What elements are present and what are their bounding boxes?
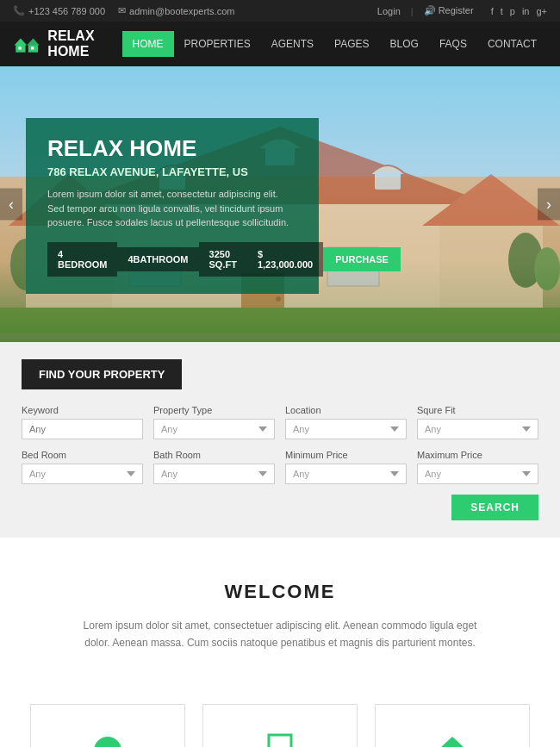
person-icon — [73, 726, 142, 747]
topbar-contact: 📞 +123 456 789 000 ✉ admin@bootexperts.c… — [13, 5, 234, 16]
svg-rect-23 — [0, 308, 560, 333]
hero-stats: 4 BEDROOM 4BATHROOM 3250 SQ.FT $ 1,23,00… — [47, 242, 297, 277]
house-icon — [418, 726, 487, 747]
keyword-field: Keyword — [22, 405, 143, 439]
squre-fit-select[interactable]: Any — [417, 419, 538, 439]
property-type-select[interactable]: Any — [153, 419, 275, 439]
agents-icon — [73, 726, 142, 747]
phone-number: +123 456 789 000 — [28, 6, 105, 16]
keyword-input[interactable] — [22, 419, 143, 439]
home-icon — [418, 726, 487, 747]
search-section: FIND YOUR PROPERTY Keyword Property Type… — [0, 342, 560, 538]
svg-point-22 — [534, 247, 560, 290]
hero-description: Lorem ipsum dolor sit amet, consectetur … — [47, 187, 297, 230]
max-price-field: Maximum Price Any — [417, 450, 538, 484]
location-field: Location Any — [285, 405, 407, 439]
navbar: RELAX HOME HOME PROPERTIES AGENTS PAGES … — [0, 22, 560, 66]
topbar: 📞 +123 456 789 000 ✉ admin@bootexperts.c… — [0, 0, 560, 22]
pinterest-icon[interactable]: p — [510, 6, 515, 16]
welcome-title: WELCOME — [34, 581, 526, 603]
googleplus-icon[interactable]: g+ — [536, 6, 547, 16]
email-address: admin@bootexperts.com — [129, 6, 234, 16]
max-price-select[interactable]: Any — [417, 464, 538, 484]
feature-agents: WE HAVE AGENTS WITH EXPERIENC Lorem ipsu… — [30, 704, 185, 747]
property-type-label: Property Type — [153, 405, 275, 415]
nav-properties[interactable]: PROPERTIES — [174, 31, 261, 57]
search-actions: SEARCH — [22, 495, 538, 520]
nav-blog[interactable]: BLOG — [380, 31, 429, 57]
hero-address: 786 RELAX AVENUE, LAFAYETTE, US — [47, 165, 297, 178]
bed-room-select[interactable]: Any — [22, 464, 143, 484]
social-icons: f t p in g+ — [491, 6, 547, 16]
phone-info: 📞 +123 456 789 000 — [13, 5, 105, 16]
hero-next-button[interactable]: › — [538, 189, 560, 221]
brand-name: RELAX HOME — [47, 28, 121, 59]
nav-faqs[interactable]: FAQS — [429, 31, 477, 57]
login-link[interactable]: Login — [377, 6, 401, 16]
svg-rect-4 — [18, 47, 21, 49]
nav-links: HOME PROPERTIES AGENTS PAGES BLOG FAQS C… — [122, 31, 547, 57]
hero-title: RELAX HOME — [47, 135, 297, 162]
hero-stat-bathroom: 4BATHROOM — [117, 247, 198, 271]
linkedin-icon[interactable]: in — [522, 6, 530, 16]
bed-room-field: Bed Room Any — [22, 450, 143, 484]
brand-logo[interactable]: RELAX HOME — [13, 28, 122, 59]
property-type-field: Property Type Any — [153, 405, 275, 439]
door-icon — [246, 726, 314, 747]
svg-rect-27 — [246, 726, 314, 747]
hero-stat-sqft: 3250 SQ.FT — [199, 242, 247, 277]
min-price-field: Minimum Price Any — [285, 450, 407, 484]
svg-rect-5 — [31, 47, 34, 49]
squre-fit-field: Squre Fit Any — [417, 405, 538, 439]
bath-room-select[interactable]: Any — [153, 464, 275, 484]
hero-stat-price: $ 1,23,000.000 — [247, 242, 323, 277]
facebook-icon[interactable]: f — [491, 6, 494, 16]
welcome-description: Lorem ipsum dolor sit amet, consectetuer… — [82, 617, 478, 652]
search-row-1: Keyword Property Type Any Location Any S… — [22, 405, 538, 439]
location-label: Location — [285, 405, 407, 415]
logo-icon — [13, 30, 40, 58]
features-section: WE HAVE AGENTS WITH EXPERIENC Lorem ipsu… — [0, 678, 560, 747]
nav-agents[interactable]: AGENTS — [261, 31, 324, 57]
search-row-2: Bed Room Any Bath Room Any Minimum Price… — [22, 450, 538, 484]
nav-contact[interactable]: CONTACT — [477, 31, 547, 57]
min-price-select[interactable]: Any — [285, 464, 407, 484]
max-price-label: Maximum Price — [417, 450, 538, 460]
email-icon: ✉ — [118, 5, 126, 16]
places-icon — [246, 726, 314, 747]
hero-stat-bedroom: 4 BEDROOM — [47, 242, 117, 277]
bed-room-label: Bed Room — [22, 450, 143, 460]
bath-room-field: Bath Room Any — [153, 450, 275, 484]
nav-home[interactable]: HOME — [122, 31, 174, 57]
search-button[interactable]: SEARCH — [451, 495, 538, 520]
email-info: ✉ admin@bootexperts.com — [118, 5, 234, 16]
hero-section: ‹ › RELAX HOME 786 RELAX AVENUE, LAFAYET… — [0, 66, 560, 342]
svg-marker-3 — [27, 39, 40, 46]
nav-pages[interactable]: PAGES — [324, 31, 379, 57]
welcome-section: WELCOME Lorem ipsum dolor sit amet, cons… — [0, 538, 560, 678]
location-select[interactable]: Any — [285, 419, 407, 439]
feature-house: WE HAVE AGENTS WITH EXPRIENC Lorem ipsum… — [375, 704, 530, 747]
svg-rect-16 — [375, 172, 401, 190]
svg-marker-2 — [15, 39, 28, 46]
register-link[interactable]: 🔊 Register — [424, 5, 474, 16]
feature-places: FIND PLACES ANYWHERE IN THE WORLD Lorem … — [202, 704, 358, 747]
phone-icon: 📞 — [13, 5, 25, 16]
twitter-icon[interactable]: t — [501, 6, 503, 16]
svg-point-18 — [276, 296, 281, 302]
topbar-actions: Login | 🔊 Register f t p in g+ — [377, 5, 547, 16]
squre-fit-label: Squre Fit — [417, 405, 538, 415]
hero-prev-button[interactable]: ‹ — [0, 189, 22, 221]
features-grid: WE HAVE AGENTS WITH EXPERIENC Lorem ipsu… — [26, 704, 534, 747]
min-price-label: Minimum Price — [285, 450, 407, 460]
purchase-button[interactable]: PURCHASE — [323, 247, 401, 271]
find-property-button[interactable]: FIND YOUR PROPERTY — [22, 359, 182, 389]
keyword-label: Keyword — [22, 405, 143, 415]
bath-room-label: Bath Room — [153, 450, 275, 460]
hero-content: RELAX HOME 786 RELAX AVENUE, LAFAYETTE, … — [26, 118, 319, 294]
